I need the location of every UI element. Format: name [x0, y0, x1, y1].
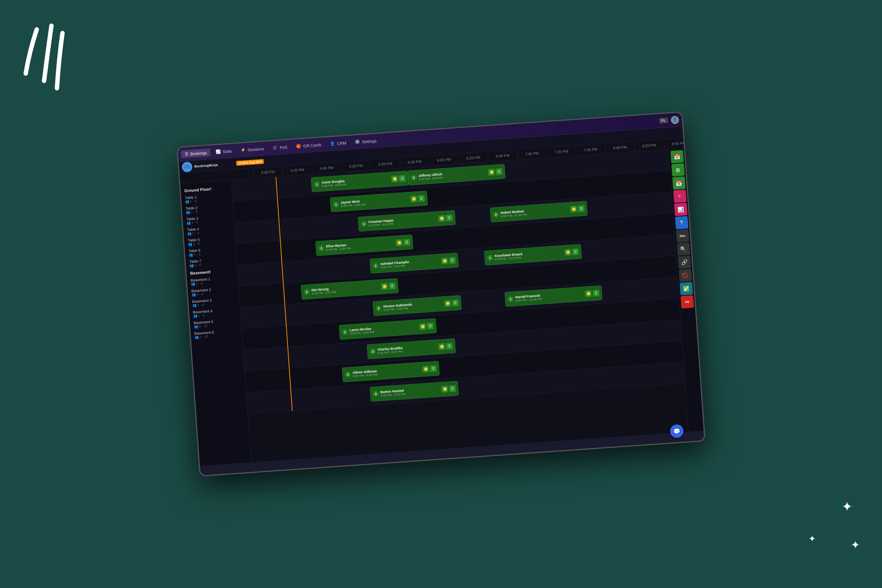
booking-block[interactable]: 1Laron Nicolas5:45 PM - 8:45 PM🪙☰	[339, 318, 436, 340]
time-tick: 5:00 PM	[340, 160, 371, 172]
booking-info: Barton Hackett6:15 PM - 9:15 PM	[380, 386, 440, 397]
time-tick: 6:00 PM	[429, 154, 459, 166]
booking-menu-icon[interactable]: ☰	[446, 342, 453, 350]
booking-menu-icon[interactable]: ☰	[592, 290, 599, 297]
nav-pos[interactable]: 🛒 PoS	[268, 143, 291, 152]
zoom-text[interactable]: 20m	[676, 230, 689, 243]
booking-coin-icon[interactable]: 🪙	[438, 343, 445, 350]
report-icon[interactable]: 📊	[674, 203, 687, 216]
checkin-icon[interactable]: ✅	[680, 282, 693, 295]
booking-menu-icon[interactable]: ☰	[572, 248, 579, 255]
booking-menu-icon[interactable]: ☰	[399, 175, 406, 182]
booking-block[interactable]: 1Freeman Hoppe6:15 PM - 9:15 PM🪙☰	[358, 210, 456, 231]
booking-action-icons: 🪙☰	[444, 300, 459, 307]
booking-block[interactable]: 2Charley Bradtke6:15 PM - 9:15 PM🪙☰	[367, 339, 456, 359]
booking-coin-icon[interactable]: 🪙	[585, 290, 592, 297]
booking-block[interactable]: 2Hubert Beahan8:30 PM - 11:30 PM🪙☰	[490, 201, 588, 222]
time-tick: 5:40 PM	[399, 156, 430, 168]
booking-party-num: 2	[507, 296, 514, 302]
booking-menu-icon[interactable]: ☰	[418, 195, 425, 202]
bookings-label: Bookings	[190, 150, 207, 156]
booking-block[interactable]: 2Jefferey Ullrich6:45 PM - 9:45 PM🪙☰	[408, 164, 506, 185]
nav-stats[interactable]: 📈 Stats	[212, 147, 236, 156]
logo-mascot: 🎮	[182, 161, 193, 172]
booking-info: Jefferey Ullrich6:45 PM - 9:45 PM	[418, 169, 487, 181]
booking-menu-icon[interactable]: ☰	[578, 205, 585, 212]
booking-block[interactable]: 1Jayme West5:45 PM - 8:45 PM🪙☰	[330, 191, 428, 212]
share-icon[interactable]: 🔗	[678, 255, 691, 268]
booking-menu-icon[interactable]: ☰	[449, 385, 456, 392]
calendar-icon[interactable]: 📅	[670, 150, 684, 163]
booking-party-num: 2	[345, 372, 351, 378]
booking-coin-icon[interactable]: 🪙	[441, 386, 448, 393]
binoculars-icon[interactable]: 🔭	[675, 216, 688, 230]
booking-menu-icon[interactable]: ☰	[403, 239, 410, 246]
booking-coin-icon[interactable]: 🪙	[441, 257, 448, 264]
nav-settings[interactable]: ⚙️ Settings	[351, 137, 380, 146]
booking-info: Hubert Beahan8:30 PM - 11:30 PM	[501, 206, 569, 218]
nav-gift-cards[interactable]: 🎁 Gift Cards	[292, 140, 325, 150]
booking-block[interactable]: 2Nia Herzog5:15 PM - 8:15 PM🪙☰	[301, 278, 398, 300]
booking-party-num: 1	[318, 245, 324, 251]
booking-block[interactable]: 2Allene Volkman5:45 PM - 8:45 PM🪙☰	[342, 361, 440, 382]
booking-coin-icon[interactable]: 🪙	[488, 169, 495, 176]
booking-menu-icon[interactable]: ☰	[496, 168, 503, 175]
booking-action-icons: 🪙☰	[441, 257, 456, 265]
booking-coin-icon[interactable]: 🪙	[395, 239, 402, 246]
noshow-icon[interactable]: 🚫	[678, 268, 692, 282]
booking-coin-icon[interactable]: 🪙	[419, 323, 426, 330]
booking-info: Freeman Hoppe6:15 PM - 9:15 PM	[368, 215, 437, 227]
booking-coin-icon[interactable]: 🪙	[410, 195, 417, 202]
booking-block[interactable]: 2Horace Gutkowski6:00 PM - 9:00 PM🪙☰	[373, 295, 462, 316]
nav-bookings[interactable]: ☰ Bookings	[181, 148, 211, 158]
booking-info: Annie Douglas5:30 PM - 8:30 PM	[322, 176, 390, 188]
booking-coin-icon[interactable]: 🪙	[422, 366, 429, 373]
crm-icon: 👤	[330, 141, 336, 146]
on-badge[interactable]: ON	[680, 295, 693, 308]
star-decoration-3: ✦	[851, 538, 860, 551]
bookings-icon: ☰	[184, 152, 189, 156]
user-avatar[interactable]: 👤	[670, 116, 679, 124]
booking-party-num: 1	[487, 255, 493, 261]
booking-party-num: 1	[333, 201, 339, 208]
booking-menu-icon[interactable]: ☰	[452, 300, 459, 306]
search-icon[interactable]: 🔍	[676, 243, 690, 256]
time-tick: 6:20 PM	[458, 152, 488, 164]
time-tick: 4:00 PM	[253, 166, 283, 178]
time-tick: 6:40 PM	[487, 150, 518, 162]
booking-menu-icon[interactable]: ☰	[449, 257, 456, 264]
booking-block[interactable]: 1Soledad Champlin6:00 PM - 9:00 PM🪙☰	[370, 253, 459, 274]
nav-sessions[interactable]: ⚡ Sessions	[237, 144, 268, 154]
stats-label: Stats	[222, 148, 232, 154]
booking-menu-icon[interactable]: ☰	[427, 322, 434, 330]
booking-block[interactable]: 1Keyshawn Emard8:15 PM - 11:15 PM🪙☰	[484, 244, 582, 266]
grid-icon[interactable]: ⊞	[671, 163, 684, 176]
current-date[interactable]: 12 Mon Aug 2024	[236, 159, 264, 166]
booking-block[interactable]: 1Annie Douglas5:30 PM - 8:30 PM🪙☰	[311, 171, 409, 192]
stats-icon: 📈	[215, 149, 221, 154]
booking-block[interactable]: 1Elisa Wyman5:30 PM - 8:30 PM🪙☰	[315, 234, 413, 256]
booking-coin-icon[interactable]: 🪙	[564, 249, 571, 256]
booking-coin-icon[interactable]: 🪙	[444, 300, 451, 307]
run-icon[interactable]: 🏃	[673, 190, 686, 203]
booking-party-num: 1	[373, 263, 379, 269]
booking-menu-icon[interactable]: ☰	[430, 365, 437, 372]
booking-block[interactable]: 3Barton Hackett6:15 PM - 9:15 PM🪙☰	[370, 381, 459, 402]
booking-info: Elisa Wyman5:30 PM - 8:30 PM	[326, 240, 395, 251]
booking-menu-icon[interactable]: ☰	[446, 214, 453, 221]
calendar2-icon[interactable]: 📆	[672, 176, 686, 190]
booking-info: Harold Franecki8:45 PM - 11:45 PM	[515, 290, 584, 302]
booking-coin-icon[interactable]: 🪙	[381, 283, 388, 290]
booking-block[interactable]: 2Harold Franecki8:45 PM - 11:45 PM🪙☰	[505, 285, 602, 306]
booking-coin-icon[interactable]: 🪙	[438, 215, 445, 222]
sessions-label: Sessions	[248, 146, 264, 152]
booking-action-icons: 🪙☰	[585, 290, 599, 297]
booking-coin-icon[interactable]: 🪙	[391, 175, 398, 182]
booking-menu-icon[interactable]: ☰	[389, 283, 396, 290]
nav-crm[interactable]: 👤 CRM	[326, 138, 350, 148]
language-badge[interactable]: PL	[659, 118, 668, 124]
booking-coin-icon[interactable]: 🪙	[570, 206, 577, 213]
time-tick: 4:40 PM	[311, 162, 341, 174]
booking-party-num: 2	[376, 305, 382, 311]
booking-info: Horace Gutkowski6:00 PM - 9:00 PM	[383, 300, 443, 311]
